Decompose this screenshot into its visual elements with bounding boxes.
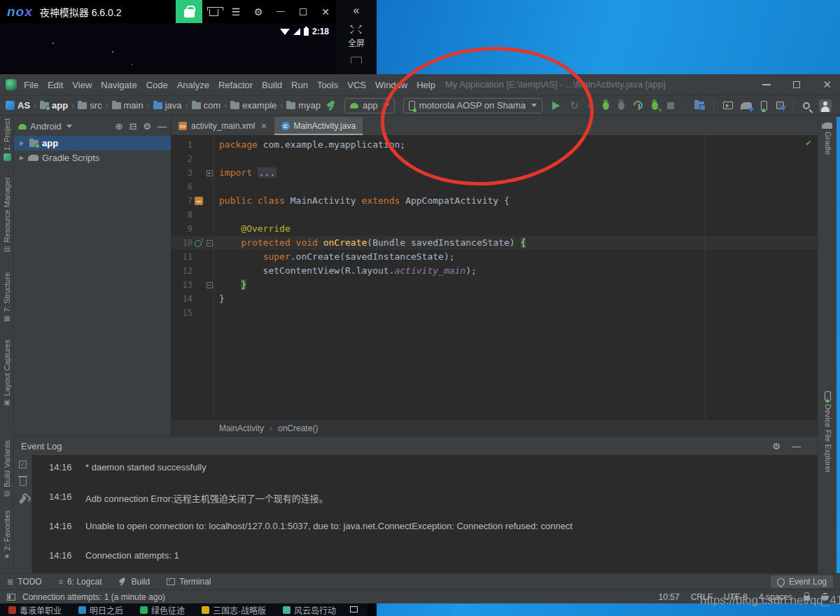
code-line[interactable]: super.onCreate(savedInstanceState); xyxy=(219,250,818,264)
tool-strip----structure[interactable]: 7: Structure▦ xyxy=(0,272,14,322)
code-line[interactable]: protected void onCreate(Bundle savedInst… xyxy=(219,236,818,250)
code-line[interactable]: package com.example.myapplication; xyxy=(219,138,818,152)
code-line[interactable] xyxy=(219,152,818,166)
event-log-entry[interactable]: 14:16Adb connection Error:远程主机强迫关闭了一个现有的… xyxy=(49,491,818,521)
event-log-toggle-button[interactable]: Event Log xyxy=(771,575,833,588)
build-hammer-icon[interactable] xyxy=(326,101,336,111)
fold-expand-icon[interactable]: + xyxy=(206,170,213,176)
nox-maximize-button[interactable] xyxy=(293,0,314,23)
menu-window[interactable]: Window xyxy=(375,80,407,90)
breadcrumb-method[interactable]: onCreate() xyxy=(278,424,318,433)
menu-file[interactable]: File xyxy=(24,80,38,90)
attach-debugger-icon[interactable] xyxy=(652,102,658,110)
code-editor[interactable]: ✔ 1package com.example.myapplication;23+… xyxy=(172,135,818,419)
breadcrumb-main[interactable]: main xyxy=(112,100,144,111)
tool-strip----project[interactable]: 1: Project xyxy=(0,118,14,161)
breadcrumb-app[interactable]: app xyxy=(40,100,68,111)
sdk-manager-icon[interactable] xyxy=(776,102,784,109)
game-shortcut[interactable]: 毒液单职业 xyxy=(8,604,62,616)
project-view-select[interactable]: Android xyxy=(30,121,62,132)
code-line[interactable]: } xyxy=(219,278,818,292)
game-shortcut[interactable]: 三国志·战略版 xyxy=(202,604,266,616)
tool-window-button-build[interactable]: Build xyxy=(118,577,150,587)
run-window-icon[interactable] xyxy=(723,102,733,109)
gradle-sync-icon[interactable] xyxy=(742,102,752,109)
debug-icon[interactable] xyxy=(603,102,609,110)
project-structure-icon[interactable] xyxy=(694,102,704,109)
nox-app-store-button[interactable] xyxy=(176,0,202,23)
rerun-icon[interactable]: ↻ xyxy=(570,101,579,111)
fullscreen-label[interactable]: 全屏 xyxy=(348,36,365,48)
soft-wrap-toggle-icon[interactable]: ✓ xyxy=(19,461,27,468)
tool-window-button-6--logcat[interactable]: ≡6: Logcat xyxy=(59,577,102,587)
close-tab-icon[interactable]: ✕ xyxy=(260,122,267,131)
code-line[interactable]: public class MainActivity extends AppCom… xyxy=(219,194,818,208)
menu-run[interactable]: Run xyxy=(291,80,308,90)
menu-tools[interactable]: Tools xyxy=(317,80,338,90)
expand-arrow-icon[interactable]: ▶ xyxy=(20,155,26,161)
coverage-icon[interactable]: ≡ xyxy=(588,100,594,111)
event-log-entry[interactable]: 14:16Unable to open connection to: local… xyxy=(49,521,818,550)
overrides-method-icon[interactable] xyxy=(195,239,203,247)
tool-strip-gradle[interactable]: Gradle xyxy=(818,122,837,155)
menu-analyze[interactable]: Analyze xyxy=(177,80,209,90)
code-line[interactable] xyxy=(219,180,818,194)
code-line[interactable]: import ... xyxy=(219,166,818,180)
tool-window-button-terminal[interactable]: Terminal xyxy=(167,577,211,587)
tree-node-gradle-scripts[interactable]: ▶Gradle Scripts xyxy=(14,150,171,165)
event-log-entry[interactable]: 14:16* daemon started successfully xyxy=(49,462,818,491)
breadcrumb-myap[interactable]: myap xyxy=(286,100,321,111)
breadcrumb-src[interactable]: src xyxy=(78,100,102,111)
game-shortcut[interactable]: 明日之后 xyxy=(78,604,123,616)
hide-panel-icon[interactable]: — xyxy=(792,441,801,451)
menu-edit[interactable]: Edit xyxy=(48,80,63,90)
tool-strip-layout-captures[interactable]: Layout Captures▣ xyxy=(0,340,14,406)
fold-collapse-icon[interactable]: − xyxy=(206,282,213,288)
tool-window-toggle-icon[interactable] xyxy=(7,594,15,601)
chevron-down-icon[interactable] xyxy=(66,125,72,128)
collapse-sidebar-icon[interactable]: « xyxy=(354,4,360,17)
fullscreen-arrows-icon[interactable]: ↖ ↗↙ ↘ xyxy=(350,24,363,34)
device-select[interactable]: motorola AOSP on Shama xyxy=(403,98,542,113)
editor-tab-activity_main.xml[interactable]: <>activity_main.xml✕ xyxy=(172,117,274,135)
nox-menu-button[interactable]: ☰ xyxy=(225,0,246,23)
window-restore-icon[interactable] xyxy=(350,606,358,612)
profiler-gauge-icon[interactable] xyxy=(631,99,644,111)
close-icon[interactable]: ✕ xyxy=(822,81,832,88)
code-line[interactable]: } xyxy=(219,292,818,306)
run-button[interactable] xyxy=(552,102,560,110)
tree-node-app[interactable]: ▶app xyxy=(14,136,171,150)
keyboard-icon[interactable] xyxy=(351,57,362,64)
settings-gear-icon[interactable]: ⚙ xyxy=(143,121,151,132)
collapse-all-icon[interactable]: ⊟ xyxy=(129,121,136,132)
breadcrumb-AS[interactable]: AS xyxy=(6,100,30,111)
related-layout-icon[interactable]: <> xyxy=(195,197,203,205)
breadcrumb-class[interactable]: MainActivity xyxy=(219,424,264,433)
menu-code[interactable]: Code xyxy=(146,80,168,90)
expand-arrow-icon[interactable]: ▶ xyxy=(20,140,26,146)
avd-manager-icon[interactable] xyxy=(761,101,767,111)
status-segment-10-57[interactable]: 10:57 xyxy=(659,592,680,602)
menu-refactor[interactable]: Refactor xyxy=(218,80,253,90)
search-everywhere-icon[interactable] xyxy=(803,102,810,109)
menu-view[interactable]: View xyxy=(72,80,92,90)
status-message[interactable]: Connection attempts: 1 (a minute ago) xyxy=(22,592,165,602)
code-line[interactable] xyxy=(219,208,818,222)
code-line[interactable] xyxy=(219,306,818,320)
nox-skin-button[interactable] xyxy=(203,0,224,23)
minimize-icon[interactable] xyxy=(762,84,771,85)
fold-collapse-icon[interactable]: − xyxy=(206,240,213,246)
log-settings-icon[interactable] xyxy=(19,496,27,504)
menu-navigate[interactable]: Navigate xyxy=(101,80,136,90)
code-line[interactable]: setContentView(R.layout.activity_main); xyxy=(219,264,818,278)
run-configuration-select[interactable]: app xyxy=(344,98,395,113)
hide-panel-icon[interactable]: — xyxy=(158,121,167,132)
maximize-icon[interactable] xyxy=(793,81,800,88)
menu-build[interactable]: Build xyxy=(262,80,282,90)
breadcrumb-java[interactable]: java xyxy=(153,100,182,111)
code-line[interactable]: @Override xyxy=(219,222,818,236)
editor-tab-MainActivity.java[interactable]: CMainActivity.java xyxy=(274,117,363,135)
tool-strip----favorites[interactable]: 2: Favorites★ xyxy=(0,510,14,560)
tool-strip-device-file-explorer[interactable]: Device File Explorer xyxy=(818,391,837,472)
tool-window-button-todo[interactable]: ≣TODO xyxy=(7,577,42,587)
